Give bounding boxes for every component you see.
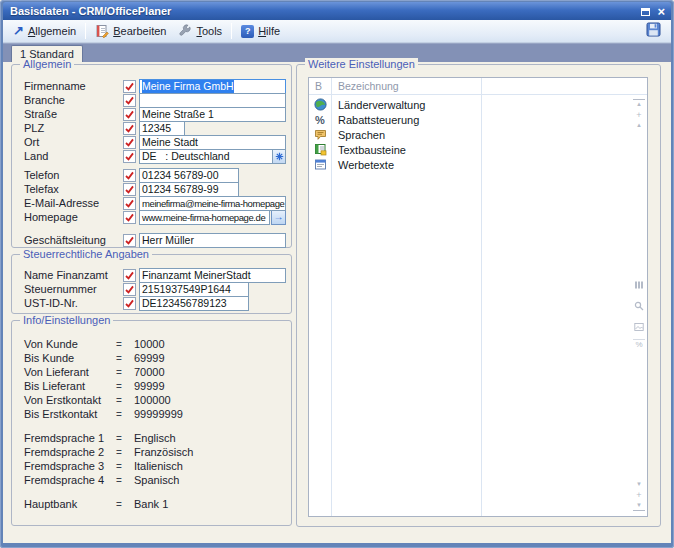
edit-check-button[interactable] <box>123 136 136 149</box>
column-header-bezeichnung[interactable]: Bezeichnung <box>331 80 399 92</box>
table-row-rabattsteuerung[interactable]: % Rabattsteuerung <box>309 112 647 127</box>
info-label: Von Lieferant <box>24 366 116 378</box>
info-row: Von Kunde=10000 <box>24 337 291 351</box>
field-row-branche: Branche <box>24 93 291 107</box>
field-row-steuernummer: Steuernummer 2151937549P1644 <box>24 282 291 296</box>
equals-sign: = <box>116 499 134 510</box>
check-icon <box>125 236 134 245</box>
field-label: Homepage <box>24 211 123 223</box>
field-label: Firmenname <box>24 80 123 92</box>
finanzamt-input[interactable]: Finanzamt MeinerStadt <box>139 268 286 283</box>
steuernummer-input[interactable]: 2151937549P1644 <box>139 282 249 297</box>
scroll-center-button[interactable]: + <box>633 111 645 119</box>
table-row-textbausteine[interactable]: Textbausteine <box>309 142 647 157</box>
info-value: 69999 <box>134 352 165 364</box>
edit-check-button[interactable] <box>123 234 136 247</box>
scroll-down-button[interactable]: ▼ <box>633 481 645 488</box>
menu-separator <box>85 23 86 39</box>
edit-check-button[interactable] <box>123 183 136 196</box>
menu-bar: ↗ Allgemein Bearbeiten Tools ? Hilfe <box>3 20 671 43</box>
open-link-icon: → <box>274 212 284 222</box>
percent-icon: % <box>315 114 325 126</box>
edit-check-button[interactable] <box>123 80 136 93</box>
row-label: Sprachen <box>331 129 385 141</box>
restore-button[interactable] <box>641 2 650 20</box>
field-label: UST-ID-Nr. <box>24 297 123 309</box>
info-value: 70000 <box>134 366 165 378</box>
edit-check-button[interactable] <box>123 211 136 224</box>
menu-item-hilfe[interactable]: ? Hilfe <box>235 23 286 40</box>
filter-percent-icon[interactable]: % <box>633 339 645 349</box>
column-header-b[interactable]: B <box>309 80 331 92</box>
title-bar[interactable]: Basisdaten - CRM/OfficePlaner × <box>3 2 671 20</box>
ustid-input[interactable]: DE123456789123 <box>139 296 249 311</box>
info-label: Hauptbank <box>24 498 116 510</box>
strasse-input[interactable]: Meine Straße 1 <box>139 107 286 122</box>
scroll-last-button[interactable]: ▼ <box>633 502 645 511</box>
field-row-telefax: Telefax 01234 56789-99 <box>24 182 291 196</box>
menu-item-tools[interactable]: Tools <box>172 22 228 40</box>
edit-check-button[interactable] <box>123 283 136 296</box>
field-label: Land <box>24 150 123 162</box>
check-icon <box>125 185 134 194</box>
check-icon <box>125 124 134 133</box>
row-label: Textbausteine <box>331 144 406 156</box>
telefax-input[interactable]: 01234 56789-99 <box>139 182 239 197</box>
ort-input[interactable]: Meine Stadt <box>139 135 286 150</box>
search-icon[interactable] <box>634 297 644 315</box>
info-label: Von Kunde <box>24 338 116 350</box>
lookup-button[interactable] <box>272 150 285 163</box>
field-label: E-Mail-Adresse <box>24 197 123 209</box>
homepage-input[interactable]: www.meine-firma-homepage.de <box>139 210 270 225</box>
edit-check-button[interactable] <box>123 122 136 135</box>
columns-icon[interactable] <box>634 276 644 294</box>
table-row-laenderverwaltung[interactable]: Länderverwaltung <box>309 97 647 112</box>
open-homepage-button[interactable]: → <box>271 210 286 225</box>
menu-item-allgemein[interactable]: ↗ Allgemein <box>7 23 82 39</box>
scroll-add-button[interactable]: + <box>633 491 645 499</box>
table-row-werbetexte[interactable]: Werbetexte <box>309 157 647 172</box>
info-value: 99999 <box>134 380 165 392</box>
plz-input[interactable]: 12345 <box>139 121 185 136</box>
group-title: Info/Einstellungen <box>20 314 113 326</box>
image-icon[interactable] <box>634 318 644 336</box>
help-icon: ? <box>241 25 254 38</box>
land-combo[interactable]: DE : Deutschland <box>139 149 286 164</box>
edit-check-button[interactable] <box>123 297 136 310</box>
table-row-sprachen[interactable]: Sprachen <box>309 127 647 142</box>
edit-check-button[interactable] <box>123 169 136 182</box>
field-label: Straße <box>24 108 123 120</box>
close-button[interactable]: × <box>657 2 665 20</box>
edit-check-button[interactable] <box>123 197 136 210</box>
branche-input[interactable] <box>139 93 286 108</box>
info-row: Fremdsprache 3=Italienisch <box>24 459 291 473</box>
edit-check-button[interactable] <box>123 269 136 282</box>
edit-check-button[interactable] <box>123 150 136 163</box>
edit-check-button[interactable] <box>123 94 136 107</box>
group-weitere-einstellungen: Weitere Einstellungen B Bezeichnung Länd… <box>296 64 661 527</box>
edit-check-button[interactable] <box>123 108 136 121</box>
firmenname-input[interactable]: Meine Firma GmbH <box>139 79 286 94</box>
info-label: Bis Lieferant <box>24 380 116 392</box>
window-body: ↗ Allgemein Bearbeiten Tools ? Hilfe <box>3 20 671 543</box>
row-label: Rabattsteuerung <box>331 114 419 126</box>
equals-sign: = <box>116 353 134 364</box>
equals-sign: = <box>116 447 134 458</box>
info-label: Bis Kunde <box>24 352 116 364</box>
scroll-up-button[interactable]: ▲ <box>633 122 645 129</box>
settings-table[interactable]: B Bezeichnung Länderverwaltung % Rabatts… <box>308 77 648 517</box>
check-icon <box>125 138 134 147</box>
save-button[interactable] <box>643 21 664 42</box>
telefon-input[interactable]: 01234 56789-00 <box>139 168 239 183</box>
menu-item-bearbeiten[interactable]: Bearbeiten <box>89 22 172 40</box>
geschaeftsleitung-input[interactable]: Herr Müller <box>139 233 286 248</box>
close-icon: × <box>657 4 665 19</box>
equals-sign: = <box>116 395 134 406</box>
email-input[interactable]: meinefirma@meine-firma-homepage.de <box>139 196 286 211</box>
scroll-first-button[interactable]: ▲ <box>633 99 645 108</box>
field-row-firmenname: Firmenname Meine Firma GmbH <box>24 79 291 93</box>
menu-label: Allgemein <box>28 25 76 37</box>
equals-sign: = <box>116 381 134 392</box>
equals-sign: = <box>116 367 134 378</box>
field-label: Telefax <box>24 183 123 195</box>
